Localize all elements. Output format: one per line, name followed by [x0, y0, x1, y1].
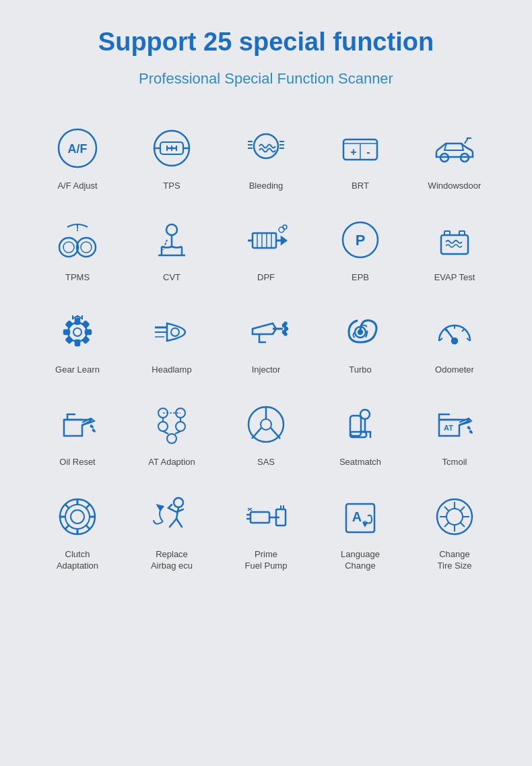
svg-line-104 [65, 505, 69, 509]
sas-icon [239, 397, 293, 451]
svg-text:A: A [352, 509, 362, 524]
odometer-icon [428, 305, 481, 359]
change-tire-size-label: Change Tire Size [438, 549, 472, 572]
svg-point-108 [174, 498, 183, 507]
svg-point-70 [358, 330, 362, 334]
brt-label: BRT [352, 181, 369, 192]
windowsdoor-label: Windowsdoor [428, 181, 481, 192]
bleeding-label: Bleeding [249, 181, 284, 192]
svg-rect-51 [75, 319, 79, 324]
item-odometer: Odometer [411, 298, 498, 384]
seatmatch-label: Seatmatch [339, 457, 381, 468]
replace-airbag-ecu-icon [145, 490, 199, 544]
svg-line-105 [86, 525, 90, 529]
svg-line-130 [460, 522, 465, 527]
item-brt: + - BRT [317, 115, 404, 200]
language-change-label: Language Change [341, 549, 380, 572]
sas-label: SAS [257, 457, 275, 468]
clutch-adaptation-icon [51, 490, 104, 544]
oil-reset-icon [51, 397, 104, 451]
svg-point-89 [261, 419, 271, 430]
item-tps: TPS [128, 115, 215, 200]
replace-airbag-ecu-label: Replace Airbag ecu [151, 549, 193, 572]
af-adjust-label: A/F Adjust [57, 181, 97, 192]
item-seatmatch: Seatmatch [317, 391, 404, 476]
item-language-change: A s Language Change [317, 483, 404, 580]
prime-fuel-pump-label: Prime Fuel Pump [245, 549, 288, 572]
svg-rect-110 [251, 512, 269, 523]
change-tire-size-icon [428, 490, 481, 544]
turbo-label: Turbo [349, 364, 371, 376]
svg-marker-109 [158, 505, 163, 510]
functions-grid: A/F A/F Adjust TPS [34, 115, 498, 580]
item-tcmoil: AT Tcmoil [411, 391, 498, 476]
svg-point-68 [285, 333, 287, 336]
af-adjust-icon: A/F [51, 121, 104, 175]
item-replace-airbag-ecu: Replace Airbag ecu [128, 483, 215, 580]
svg-text:-: - [366, 146, 370, 158]
epb-icon: P [333, 213, 387, 267]
injector-label: Injector [252, 364, 281, 376]
item-injector: Injector [222, 298, 310, 384]
item-dpf: DPF [222, 206, 310, 292]
svg-point-27 [63, 242, 74, 253]
svg-line-107 [65, 525, 69, 529]
tps-icon [145, 121, 199, 175]
svg-point-81 [176, 422, 185, 431]
svg-rect-55 [66, 321, 72, 327]
svg-point-77 [452, 338, 457, 344]
svg-line-106 [86, 505, 90, 509]
item-clutch-adaptation: Clutch Adaptation [34, 483, 121, 580]
turbo-icon [333, 305, 387, 359]
svg-line-91 [252, 428, 261, 439]
gear-learn-label: Gear Learn [55, 364, 100, 376]
clutch-adaptation-label: Clutch Adaptation [57, 549, 98, 572]
tcmoil-label: Tcmoil [442, 457, 467, 468]
svg-line-129 [444, 507, 449, 511]
epb-label: EPB [352, 272, 369, 284]
svg-line-131 [460, 507, 465, 511]
item-gear-learn: Gear Learn [34, 298, 121, 384]
svg-marker-122 [364, 523, 366, 525]
item-windowsdoor: Windowsdoor [411, 115, 498, 200]
svg-point-65 [285, 327, 288, 330]
svg-point-82 [167, 434, 176, 443]
svg-line-74 [462, 329, 465, 331]
svg-point-50 [73, 328, 81, 336]
svg-rect-47 [444, 231, 450, 235]
svg-rect-93 [350, 416, 361, 436]
svg-point-62 [171, 328, 179, 336]
svg-rect-58 [83, 337, 89, 343]
item-change-tire-size: Change Tire Size [411, 483, 498, 580]
dpf-label: DPF [257, 272, 275, 284]
headlamp-label: Headlamp [152, 364, 191, 376]
dpf-icon [239, 213, 293, 267]
tpms-icon: ! [51, 213, 104, 267]
tps-label: TPS [163, 181, 180, 192]
svg-text:+: + [350, 146, 356, 158]
at-adaption-icon [145, 397, 199, 451]
svg-point-28 [77, 238, 96, 257]
svg-point-67 [285, 323, 287, 325]
bleeding-icon [239, 121, 293, 175]
evap-test-icon [428, 213, 481, 267]
svg-point-26 [59, 238, 78, 257]
svg-rect-57 [66, 337, 72, 343]
injector-icon [239, 305, 293, 359]
svg-line-86 [175, 431, 180, 434]
item-at-adaption: AT Adaption [128, 391, 215, 476]
headlamp-icon [145, 305, 199, 359]
svg-rect-52 [75, 340, 79, 346]
item-cvt: CVT [128, 206, 215, 292]
item-tpms: ! TPMS [34, 206, 121, 292]
svg-marker-41 [281, 237, 286, 244]
prime-fuel-pump-icon [239, 490, 293, 544]
svg-rect-36 [253, 233, 276, 248]
item-af-adjust: A/F A/F Adjust [34, 115, 121, 200]
svg-point-13 [254, 134, 278, 158]
svg-point-95 [360, 410, 370, 419]
svg-point-31 [166, 224, 177, 235]
gear-learn-icon [51, 305, 104, 359]
tpms-label: TPMS [65, 272, 90, 284]
brt-icon: + - [333, 121, 387, 175]
